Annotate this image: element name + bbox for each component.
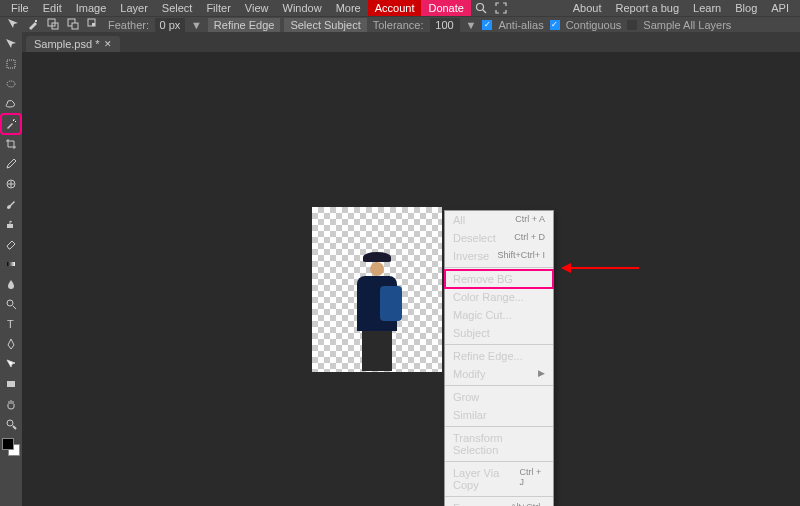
healing-tool[interactable]: [2, 175, 20, 193]
svg-rect-9: [7, 60, 15, 68]
menu-donate[interactable]: Donate: [421, 0, 470, 16]
ctx-item-label: Transform Selection: [453, 432, 545, 456]
rectangle-tool[interactable]: [2, 375, 20, 393]
ctx-magic-cut-[interactable]: Magic Cut...: [445, 306, 553, 324]
ctx-item-label: Grow: [453, 391, 479, 403]
tolerance-field[interactable]: 100: [430, 18, 460, 32]
menu-edit[interactable]: Edit: [36, 0, 69, 16]
sample-all-checkbox[interactable]: [627, 20, 637, 30]
document-tab[interactable]: Sample.psd * ✕: [26, 36, 120, 52]
refine-edge-button[interactable]: Refine Edge: [208, 18, 281, 32]
menu-view[interactable]: View: [238, 0, 276, 16]
tab-title: Sample.psd *: [34, 38, 99, 50]
document-tabbar: Sample.psd * ✕: [22, 32, 800, 52]
menu-learn[interactable]: Learn: [686, 0, 728, 16]
menu-blog[interactable]: Blog: [728, 0, 764, 16]
dropdown-icon[interactable]: ▼: [462, 19, 481, 31]
svg-line-15: [13, 306, 16, 309]
svg-rect-8: [92, 23, 95, 26]
ctx-all[interactable]: AllCtrl + A: [445, 211, 553, 229]
color-swatches[interactable]: [2, 438, 20, 456]
menu-separator: [445, 461, 553, 462]
path-select-tool[interactable]: [2, 355, 20, 373]
menu-more[interactable]: More: [329, 0, 368, 16]
sample-all-label: Sample All Layers: [639, 19, 735, 31]
ctx-item-label: Layer Via Copy: [453, 467, 520, 491]
menu-separator: [445, 344, 553, 345]
move-tool[interactable]: [2, 35, 20, 53]
select-subject-button[interactable]: Select Subject: [284, 18, 366, 32]
rect-select-tool[interactable]: [2, 55, 20, 73]
search-icon[interactable]: [473, 0, 489, 16]
hand-tool[interactable]: [2, 395, 20, 413]
zoom-tool[interactable]: [2, 415, 20, 433]
menu-window[interactable]: Window: [276, 0, 329, 16]
sel-add-icon[interactable]: [47, 18, 61, 32]
shortcut-label: Ctrl + A: [515, 214, 545, 226]
gradient-tool[interactable]: [2, 255, 20, 273]
ctx-color-range-[interactable]: Color Range...: [445, 288, 553, 306]
close-icon[interactable]: ✕: [104, 39, 112, 49]
ctx-remove-bg[interactable]: Remove BG: [445, 270, 553, 288]
annotation-arrow: [569, 267, 639, 269]
move-icon[interactable]: [7, 18, 21, 32]
lasso-tool[interactable]: [2, 95, 20, 113]
feather-field[interactable]: 0 px: [155, 18, 185, 32]
ctx-modify[interactable]: Modify▶: [445, 365, 553, 383]
menu-api[interactable]: API: [764, 0, 796, 16]
menu-layer[interactable]: Layer: [113, 0, 155, 16]
submenu-icon: ▶: [538, 368, 545, 380]
type-tool[interactable]: T: [2, 315, 20, 333]
wand-option-icon[interactable]: [27, 18, 41, 32]
ctx-item-label: Similar: [453, 409, 487, 421]
ctx-item-label: Modify: [453, 368, 485, 380]
menu-image[interactable]: Image: [69, 0, 114, 16]
sel-sub-icon[interactable]: [67, 18, 81, 32]
menu-account[interactable]: Account: [368, 0, 422, 16]
ctx-subject[interactable]: Subject: [445, 324, 553, 342]
workspace: Sample.psd * ✕ AllCtrl + ADeselectCtrl +…: [22, 32, 800, 506]
shortcut-label: Shift+Ctrl+ I: [497, 250, 545, 262]
svg-rect-6: [72, 23, 78, 29]
menu-filter[interactable]: Filter: [199, 0, 237, 16]
svg-line-19: [13, 426, 16, 429]
eraser-tool[interactable]: [2, 235, 20, 253]
svg-point-14: [7, 300, 13, 306]
contiguous-checkbox[interactable]: [550, 20, 560, 30]
pen-tool[interactable]: [2, 335, 20, 353]
svg-text:T: T: [7, 318, 14, 330]
menu-select[interactable]: Select: [155, 0, 200, 16]
svg-point-0: [476, 4, 483, 11]
svg-line-1: [483, 10, 486, 13]
menu-separator: [445, 426, 553, 427]
crop-tool[interactable]: [2, 135, 20, 153]
ctx-layer-via-copy[interactable]: Layer Via CopyCtrl + J: [445, 464, 553, 494]
dropdown-icon[interactable]: ▼: [187, 19, 206, 31]
blur-tool[interactable]: [2, 275, 20, 293]
magic-wand-tool[interactable]: [2, 115, 20, 133]
ctx-item-label: Magic Cut...: [453, 309, 512, 321]
anti-alias-checkbox[interactable]: [482, 20, 492, 30]
menu-report-a-bug[interactable]: Report a bug: [608, 0, 686, 16]
sel-int-icon[interactable]: [87, 18, 101, 32]
svg-point-10: [7, 81, 15, 87]
ctx-refine-edge-[interactable]: Refine Edge...: [445, 347, 553, 365]
ctx-free-transform[interactable]: Free TransformAlt+Ctrl + T: [445, 499, 553, 506]
ctx-deselect: DeselectCtrl + D: [445, 229, 553, 247]
contiguous-label: Contiguous: [562, 19, 626, 31]
brush-tool[interactable]: [2, 195, 20, 213]
ctx-transform-selection: Transform Selection: [445, 429, 553, 459]
ellipse-select-tool[interactable]: [2, 75, 20, 93]
ctx-item-label: Inverse: [453, 250, 489, 262]
menubar: FileEditImageLayerSelectFilterViewWindow…: [0, 0, 800, 16]
ctx-grow: Grow: [445, 388, 553, 406]
menu-file[interactable]: File: [4, 0, 36, 16]
clone-tool[interactable]: [2, 215, 20, 233]
fullscreen-icon[interactable]: [493, 0, 509, 16]
context-menu: AllCtrl + ADeselectCtrl + DInverseShift+…: [444, 210, 554, 506]
menu-about[interactable]: About: [566, 0, 609, 16]
ctx-item-label: Color Range...: [453, 291, 524, 303]
canvas[interactable]: [312, 207, 442, 372]
eyedropper-tool[interactable]: [2, 155, 20, 173]
dodge-tool[interactable]: [2, 295, 20, 313]
